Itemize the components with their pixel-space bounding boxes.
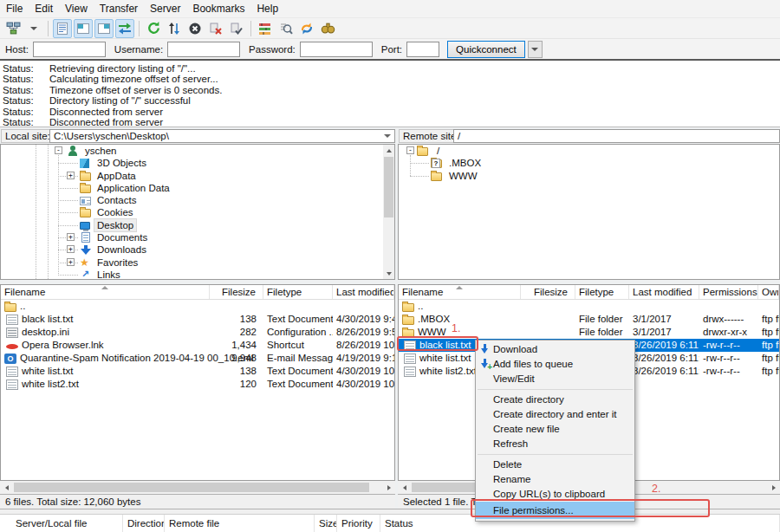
file-row-white-list2-txt[interactable]: white list2.txt120Text Document4/30/2019… xyxy=(1,378,394,391)
scrollbar-thumb[interactable] xyxy=(384,157,393,217)
scrollbar-thumb[interactable] xyxy=(14,483,369,492)
refresh-icon[interactable] xyxy=(144,19,163,38)
column-header-permissions[interactable]: Permissions xyxy=(699,285,758,299)
tree-item-links[interactable]: Links xyxy=(1,269,394,280)
filter-icon[interactable] xyxy=(256,19,275,38)
tree-label: / xyxy=(434,145,442,157)
synchronized-browsing-icon[interactable] xyxy=(297,19,316,38)
username-input[interactable] xyxy=(167,42,240,57)
tree-expander-icon[interactable]: + xyxy=(67,172,75,179)
tree-item-application-data[interactable]: Application Data xyxy=(1,182,394,194)
menu-item-add-files-to-queue[interactable]: +Add files to queue xyxy=(476,357,634,372)
scroll-left-icon[interactable] xyxy=(398,481,411,494)
tree-expander-icon[interactable]: - xyxy=(406,146,414,154)
menu-bookmarks[interactable]: Bookmarks xyxy=(186,0,250,18)
file-row-black-list-txt[interactable]: black list.txt138Text Document4/30/2019 … xyxy=(1,313,394,326)
column-header-filesize[interactable]: Filesize xyxy=(210,285,263,299)
column-header-owner[interactable]: Owner/ xyxy=(758,285,779,299)
file-name: black list.txt xyxy=(22,313,73,326)
tree-item-documents[interactable]: +Documents xyxy=(1,231,394,243)
directory-comparison-icon[interactable] xyxy=(276,19,296,38)
menu-item-create-directory[interactable]: Create directory xyxy=(476,393,634,407)
scroll-up-icon[interactable] xyxy=(383,145,394,156)
menu-item-label: Download xyxy=(493,344,537,354)
queue-column-size[interactable]: Size xyxy=(315,515,337,532)
local-path-combobox[interactable]: C:\Users\yschen\Desktop\ xyxy=(49,129,395,143)
file-row-opera-browser-lnk[interactable]: Opera Browser.lnk1,434Shortcut8/26/2019 … xyxy=(1,339,394,352)
scroll-left-icon[interactable] xyxy=(0,481,13,494)
tree-item-contacts[interactable]: Contacts xyxy=(1,194,394,206)
file-row-quarantine-spam-notification-2019-04-19-00-10-eml[interactable]: Quarantine-Spam Notification 2019-04-19 … xyxy=(1,352,394,365)
scroll-down-icon[interactable] xyxy=(383,268,394,279)
tree-item-3d-objects[interactable]: 3D Objects xyxy=(1,157,394,169)
scroll-right-icon[interactable] xyxy=(767,481,780,494)
toggle-message-log-icon[interactable] xyxy=(53,19,72,38)
menu-item-create-new-file[interactable]: Create new file xyxy=(476,422,634,437)
site-manager-dropdown-icon[interactable] xyxy=(24,19,43,38)
process-queue-icon[interactable] xyxy=(165,19,184,38)
tree-expander-icon[interactable]: + xyxy=(67,245,75,253)
disconnect-icon[interactable] xyxy=(206,19,225,38)
file-row-item[interactable]: .. xyxy=(399,300,779,313)
tree-item-yschen[interactable]: -yschen xyxy=(1,145,394,157)
tree-expander-icon[interactable]: - xyxy=(55,146,62,154)
column-header-filetype[interactable]: Filetype xyxy=(575,285,629,299)
folder-icon xyxy=(402,316,414,325)
menu-item-delete[interactable]: Delete xyxy=(476,457,634,472)
menu-item-create-directory-and-enter-it[interactable]: Create directory and enter it xyxy=(476,407,634,422)
menu-item-refresh[interactable]: Refresh xyxy=(476,437,634,451)
column-header-last-modified[interactable]: Last modified xyxy=(629,285,699,299)
tree-item-www[interactable]: WWW xyxy=(399,170,779,182)
column-header-filename[interactable]: Filename xyxy=(399,285,521,299)
toggle-transfer-queue-icon[interactable] xyxy=(115,19,134,38)
tree-expander-icon[interactable]: + xyxy=(67,233,75,241)
menu-edit[interactable]: Edit xyxy=(29,0,59,18)
site-manager-icon[interactable] xyxy=(3,19,23,38)
menu-item-view-edit[interactable]: View/Edit xyxy=(476,372,634,386)
column-header-filetype[interactable]: Filetype xyxy=(263,285,333,299)
file-row-item[interactable]: .. xyxy=(1,300,394,313)
find-files-icon[interactable] xyxy=(318,19,337,38)
queue-column-direction[interactable]: Direction xyxy=(123,515,165,532)
menu-file[interactable]: File xyxy=(0,0,29,18)
menu-item-rename[interactable]: Rename xyxy=(476,472,634,487)
queue-column-server-local-file[interactable]: Server/Local file xyxy=(0,515,123,532)
tree-item-favorites[interactable]: +Favorites xyxy=(1,256,394,269)
chevron-down-icon[interactable] xyxy=(384,134,391,138)
toggle-local-tree-icon[interactable] xyxy=(74,19,93,38)
remote-path-combobox[interactable]: / xyxy=(453,129,780,143)
scroll-right-icon[interactable] xyxy=(382,481,395,494)
log-type: Status: xyxy=(3,95,49,106)
password-input[interactable] xyxy=(300,42,373,57)
tree-item-item[interactable]: -/ xyxy=(399,145,779,157)
menu-server[interactable]: Server xyxy=(144,0,186,18)
port-input[interactable] xyxy=(406,42,439,57)
quickconnect-dropdown-button[interactable] xyxy=(528,41,543,58)
tree-item-desktop[interactable]: Desktop xyxy=(1,219,394,231)
menu-item-download[interactable]: Download xyxy=(476,342,634,357)
tree-item-cookies[interactable]: Cookies xyxy=(1,206,394,218)
local-tree-scrollbar[interactable] xyxy=(383,145,394,279)
file-row-white-list-txt[interactable]: white list.txt138Text Document4/30/2019 … xyxy=(1,365,394,378)
tree-item-appdata[interactable]: +AppData xyxy=(1,170,394,182)
tree-item-downloads[interactable]: +Downloads xyxy=(1,243,394,256)
file-row-desktop-ini[interactable]: desktop.ini282Configuration ...8/26/2019… xyxy=(1,326,394,339)
tree-expander-icon[interactable]: + xyxy=(67,258,75,266)
menu-help[interactable]: Help xyxy=(250,0,284,18)
column-header-filename[interactable]: Filename xyxy=(1,285,210,299)
tree-item-mbox[interactable]: .MBOX xyxy=(399,157,779,169)
quickconnect-button[interactable]: Quickconnect xyxy=(447,41,525,58)
column-header-filesize[interactable]: Filesize xyxy=(521,285,575,299)
menu-view[interactable]: View xyxy=(59,0,94,18)
toggle-remote-tree-icon[interactable] xyxy=(94,19,114,38)
log-message: Retrieving directory listing of "/"... xyxy=(49,63,196,74)
queue-column-remote-file[interactable]: Remote file xyxy=(165,515,315,532)
local-horizontal-scrollbar[interactable] xyxy=(0,481,395,494)
column-header-last-modified[interactable]: Last modified xyxy=(333,285,394,299)
cell-type xyxy=(263,300,333,313)
reconnect-icon[interactable] xyxy=(227,19,246,38)
menu-transfer[interactable]: Transfer xyxy=(94,0,144,18)
queue-column-priority[interactable]: Priority xyxy=(337,515,380,532)
host-input[interactable] xyxy=(33,42,106,57)
cancel-icon[interactable] xyxy=(185,19,205,38)
